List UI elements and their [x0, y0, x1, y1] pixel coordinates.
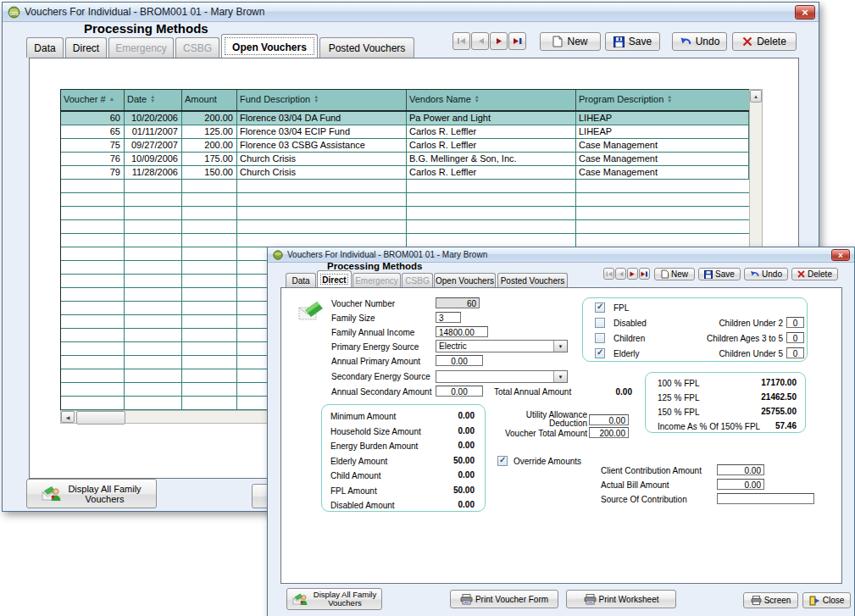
table-header: Voucher #▲ Date▲▼ Amount Fund Descriptio… — [61, 90, 749, 112]
save-button[interactable]: Save — [605, 32, 660, 51]
print-voucher-form-button[interactable]: Print Voucher Form — [450, 590, 558, 608]
column-header-vendor[interactable]: Vendors Name▲▼ — [407, 90, 576, 110]
screen-button[interactable]: Screen — [743, 592, 798, 608]
children-under-2-field[interactable]: 0 — [786, 317, 804, 328]
new-document-icon — [661, 269, 669, 279]
table-row[interactable]: 65 01/11/2007 125.00 Florence 03/04 ECIP… — [61, 125, 749, 139]
family-annual-income-field[interactable]: 14800.00 — [436, 326, 488, 337]
family-size-field[interactable]: 3 — [436, 312, 461, 323]
tab-data[interactable]: Data — [286, 273, 316, 287]
tab-csbg: CSBG — [175, 37, 219, 58]
primary-energy-source-select[interactable]: Electric ▼ — [436, 340, 568, 352]
children-under-5-field[interactable]: 0 — [786, 347, 804, 358]
utility-allowance-deduction-field[interactable]: 0.00 — [589, 414, 629, 425]
tab-open-vouchers[interactable]: Open Vouchers — [221, 34, 318, 58]
sort-both-icon: ▲▼ — [150, 94, 155, 103]
table-row[interactable]: 75 09/27/2007 200.00 Florence 03 CSBG As… — [61, 139, 749, 153]
family-size-label: Family Size — [331, 314, 375, 323]
nav-prev-icon — [476, 37, 485, 45]
primary-energy-source-label: Primary Energy Source — [331, 342, 419, 352]
delete-button[interactable]: Delete — [732, 32, 797, 51]
new-document-icon — [552, 36, 563, 47]
chevron-down-icon[interactable]: ▼ — [553, 371, 567, 382]
column-header-amount[interactable]: Amount — [182, 90, 237, 110]
elderly-label: Elderly — [613, 349, 640, 358]
close-icon[interactable]: × — [831, 249, 850, 261]
source-of-contribution-field[interactable] — [717, 493, 814, 504]
nav-first-button[interactable] — [603, 268, 614, 280]
column-header-date[interactable]: Date▲▼ — [125, 90, 182, 110]
tab-direct[interactable]: Direct — [65, 37, 107, 58]
tab-emergency: Emergency — [108, 37, 174, 58]
back-titlebar[interactable]: ORS Vouchers For Individual - BROM001 01… — [3, 3, 819, 22]
override-amounts-checkbox[interactable] — [497, 456, 508, 466]
undo-arrow-icon — [750, 270, 759, 278]
new-button[interactable]: New — [540, 32, 601, 51]
scroll-left-button[interactable]: ◀ — [61, 411, 75, 423]
table-row[interactable]: 76 10/09/2006 175.00 Church Crisis B.G. … — [61, 153, 749, 166]
annual-primary-amount-field[interactable]: 0.00 — [436, 355, 483, 366]
display-all-family-vouchers-button[interactable]: Display All FamilyVouchers — [26, 479, 157, 508]
tab-direct[interactable]: Direct — [317, 270, 352, 287]
undo-button[interactable]: Undo — [672, 32, 727, 51]
print-worksheet-button[interactable]: Print Worksheet — [566, 590, 676, 608]
grid-line — [181, 180, 182, 410]
energy-burden-amount-label: Energy Burden Amount — [330, 441, 418, 451]
chevron-down-icon[interactable]: ▼ — [553, 341, 567, 352]
scrollbar-thumb[interactable] — [76, 411, 125, 425]
undo-button[interactable]: Undo — [744, 268, 788, 280]
tab-posted-vouchers[interactable]: Posted Vouchers — [497, 273, 568, 287]
app-icon: ORS — [8, 6, 20, 19]
children-label: Children — [613, 334, 645, 343]
nav-first-button[interactable] — [452, 32, 470, 50]
tab-posted-vouchers[interactable]: Posted Vouchers — [319, 37, 414, 58]
close-icon[interactable]: × — [795, 5, 815, 19]
tab-data[interactable]: Data — [26, 37, 64, 58]
table-row[interactable]: 79 11/28/2006 150.00 Church Crisis Carlo… — [61, 166, 749, 180]
nav-last-button[interactable] — [639, 268, 650, 280]
children-ages-3-5-label: Children Ages 3 to 5 — [659, 334, 783, 343]
window-title: Vouchers For Individual - BROM001 01 - M… — [25, 6, 264, 18]
nav-next-button[interactable] — [490, 32, 508, 50]
family-annual-income-label: Family Annual Income — [331, 328, 414, 337]
disabled-checkbox[interactable] — [595, 318, 605, 328]
minimum-amount-label: Minimum Amount — [330, 412, 396, 421]
table-row[interactable]: 60 10/20/2006 200.00 Florence 03/04 DA F… — [61, 112, 749, 125]
scroll-up-button[interactable]: ▲ — [750, 90, 762, 103]
household-size-amount-value: 0.00 — [458, 426, 475, 436]
nav-prev-button[interactable] — [471, 32, 489, 50]
delete-button[interactable]: Delete — [791, 268, 838, 280]
client-contribution-amount-field[interactable]: 0.00 — [717, 464, 764, 475]
elderly-checkbox[interactable] — [595, 348, 605, 358]
children-checkbox[interactable] — [595, 333, 605, 343]
nav-first-icon — [457, 37, 466, 45]
fpl-amount-label: FPL Amount — [330, 486, 377, 496]
annual-secondary-amount-field[interactable]: 0.00 — [436, 386, 483, 397]
income-pct-label: Income As % Of 150% FPL — [658, 422, 760, 431]
tab-open-vouchers[interactable]: Open Vouchers — [434, 273, 496, 287]
fpl-checkbox[interactable] — [595, 302, 605, 313]
save-button[interactable]: Save — [698, 268, 741, 280]
nav-last-button[interactable] — [508, 32, 526, 50]
annual-secondary-amount-label: Annual Secondary Amount — [331, 387, 431, 397]
nav-prev-icon — [618, 271, 624, 277]
children-under-2-label: Children Under 2 — [659, 319, 783, 328]
children-ages-3-5-field[interactable]: 0 — [786, 332, 804, 343]
secondary-energy-source-label: Secondary Energy Source — [331, 372, 430, 381]
flags-groupbox: FPL Disabled Children Elderly Children U… — [582, 297, 808, 362]
column-header-program[interactable]: Program Description▲▼ — [576, 90, 749, 110]
children-under-5-label: Children Under 5 — [659, 349, 783, 358]
column-header-fund[interactable]: Fund Description▲▼ — [237, 90, 407, 110]
voucher-total-amount-field[interactable]: 200.00 — [589, 427, 629, 438]
voucher-number-label: Voucher Number — [331, 299, 395, 308]
display-all-family-vouchers-button[interactable]: Display All FamilyVouchers — [286, 588, 382, 610]
nav-prev-button[interactable] — [615, 268, 626, 280]
column-header-voucher[interactable]: Voucher #▲ — [61, 90, 125, 110]
close-window-button[interactable]: Close — [802, 592, 851, 608]
nav-next-button[interactable] — [627, 268, 638, 280]
elderly-amount-value: 50.00 — [453, 456, 475, 465]
printer-icon — [460, 594, 473, 605]
actual-bill-amount-field[interactable]: 0.00 — [717, 479, 764, 490]
secondary-energy-source-select[interactable]: ▼ — [436, 370, 568, 383]
new-button[interactable]: New — [654, 268, 695, 280]
